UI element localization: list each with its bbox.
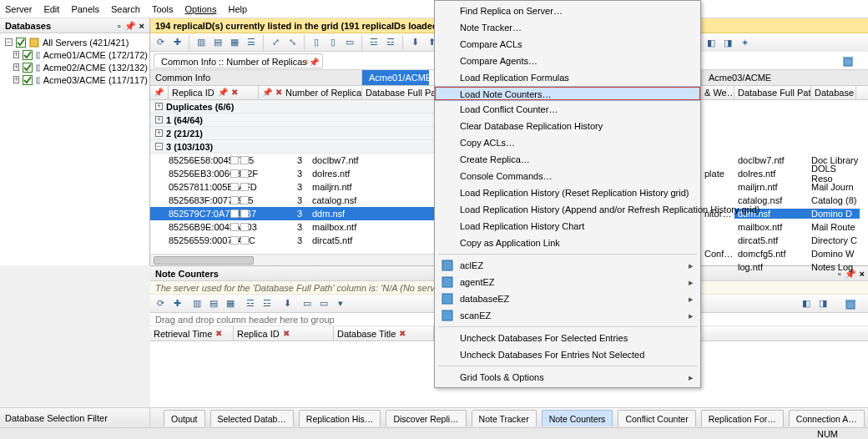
menu-item[interactable]: databaseEZ bbox=[435, 290, 700, 307]
menu-item[interactable]: Load Replication History (Reset Replicat… bbox=[435, 184, 700, 201]
np-t7[interactable]: ☲ bbox=[260, 297, 274, 310]
panel-expand-icon[interactable]: ▫ bbox=[118, 18, 121, 33]
menu-panels[interactable]: Panels bbox=[71, 4, 99, 14]
panel-close-icon[interactable]: × bbox=[139, 18, 144, 33]
menu-item[interactable]: Copy as Application Link bbox=[435, 235, 700, 251]
tab[interactable]: Note Tracker bbox=[472, 410, 537, 426]
np-t11[interactable]: ▾ bbox=[334, 297, 347, 310]
expander-icon[interactable]: + bbox=[155, 103, 163, 110]
expander-icon[interactable]: + bbox=[13, 63, 19, 71]
table-row[interactable]: log.ntfNotes Log bbox=[701, 260, 868, 274]
expander-icon[interactable]: − bbox=[5, 38, 13, 46]
trash-icon[interactable] bbox=[842, 55, 854, 67]
menu-item[interactable]: Load Replication Formulas bbox=[435, 69, 700, 86]
np-t5[interactable]: ▦ bbox=[224, 297, 237, 310]
row-chk[interactable] bbox=[230, 196, 239, 204]
table-row[interactable]: Conf…domcfg5.ntfDomino W bbox=[701, 247, 868, 260]
row-chk[interactable] bbox=[240, 169, 249, 178]
expander-icon[interactable]: + bbox=[155, 129, 163, 137]
col-replicaid[interactable]: Replica ID📌✖ bbox=[169, 86, 259, 99]
tree-server[interactable]: +Acme01/ACME (172/172) bbox=[2, 48, 148, 61]
menu-item[interactable]: Grid Tools & Options bbox=[435, 369, 700, 386]
export-icon[interactable]: ⬇ bbox=[408, 36, 421, 49]
expander-icon[interactable]: − bbox=[155, 143, 163, 150]
row-chk[interactable] bbox=[240, 196, 249, 204]
rt-icon2[interactable]: ◨ bbox=[721, 36, 734, 49]
row-chk[interactable] bbox=[240, 236, 249, 245]
table-row[interactable]: mailjrn.ntfMail Journ bbox=[701, 180, 868, 194]
menu-item[interactable]: Find Replica on Server… bbox=[435, 3, 700, 19]
menu-item[interactable]: aclEZ bbox=[435, 257, 700, 274]
tab[interactable]: Replication His… bbox=[299, 410, 381, 426]
row-chk[interactable] bbox=[230, 169, 239, 178]
tab[interactable]: Discover Repli… bbox=[386, 410, 466, 426]
menu-item[interactable]: agentEZ bbox=[435, 274, 700, 290]
col-numreplicas[interactable]: 📌✖Number of Replicas bbox=[259, 86, 362, 99]
expander-icon[interactable]: + bbox=[155, 116, 163, 124]
menu-item[interactable]: Load Conflict Counter… bbox=[435, 101, 700, 118]
row-chk[interactable] bbox=[240, 183, 249, 191]
grid-body-right[interactable]: doclbw7.ntfDoc Libraryplatedolres.ntfDOL… bbox=[701, 100, 868, 274]
col4-icon[interactable]: ☰ bbox=[245, 36, 258, 49]
expand-icon[interactable]: ⤢ bbox=[269, 36, 282, 49]
col1-icon[interactable]: ▥ bbox=[194, 36, 208, 49]
np-t10[interactable]: ▭ bbox=[317, 297, 331, 310]
tree-root[interactable]: − All Servers (421/421) bbox=[2, 36, 148, 48]
menu-server[interactable]: Server bbox=[5, 4, 32, 14]
np-rt2[interactable]: ◨ bbox=[816, 297, 830, 310]
tree-server[interactable]: +Acme03/ACME (117/117) bbox=[2, 73, 148, 86]
crumb-chip[interactable]: Common Info :: Number of Replicas×📌 bbox=[154, 53, 323, 68]
np-t1[interactable]: ⟳ bbox=[154, 297, 167, 310]
tab[interactable]: Note Counters bbox=[542, 410, 613, 426]
np-t4[interactable]: ▤ bbox=[207, 297, 220, 310]
collapse-icon[interactable]: ⤡ bbox=[285, 36, 299, 49]
checkbox[interactable] bbox=[16, 38, 26, 48]
np-trash-icon[interactable] bbox=[845, 298, 856, 310]
np-col-2[interactable]: Database Title✖ bbox=[334, 326, 434, 341]
np-col-0[interactable]: Retrieval Time✖ bbox=[150, 326, 234, 341]
expander-icon[interactable]: + bbox=[13, 51, 19, 58]
row-chk[interactable] bbox=[230, 223, 239, 231]
table-row[interactable]: dircat5.ntfDirectory C bbox=[701, 234, 868, 247]
tree-server[interactable]: +Acme02/ACME (132/132) bbox=[2, 61, 148, 73]
col2-icon[interactable]: ▤ bbox=[211, 36, 225, 49]
menu-search[interactable]: Search bbox=[111, 4, 140, 14]
rt-icon3[interactable]: ✶ bbox=[738, 36, 751, 49]
layout3-icon[interactable]: ▭ bbox=[343, 36, 356, 49]
refresh-icon[interactable]: ⟳ bbox=[154, 36, 167, 49]
expander-icon[interactable]: + bbox=[13, 76, 19, 83]
band-server-active[interactable]: Acme01/ACME bbox=[362, 70, 429, 85]
row-chk[interactable] bbox=[230, 236, 239, 245]
col-r1[interactable]: & We… bbox=[701, 86, 734, 99]
col-r2[interactable]: Database Full Path bbox=[734, 86, 811, 99]
menu-options[interactable]: Options bbox=[185, 4, 217, 14]
row-chk[interactable] bbox=[240, 156, 249, 164]
row-chk[interactable] bbox=[240, 223, 249, 231]
checkbox[interactable] bbox=[23, 50, 33, 60]
row-chk[interactable] bbox=[240, 209, 249, 218]
menu-item[interactable]: Copy ACLs… bbox=[435, 134, 700, 151]
np-t9[interactable]: ▭ bbox=[300, 297, 314, 310]
menu-item[interactable]: Clear Database Replication History bbox=[435, 118, 700, 134]
tool2-icon[interactable]: ☲ bbox=[384, 36, 397, 49]
menu-item[interactable]: Note Tracker… bbox=[435, 19, 700, 36]
menu-help[interactable]: Help bbox=[228, 4, 247, 14]
tab[interactable]: Replication For… bbox=[701, 410, 784, 426]
tab[interactable]: Connection A… bbox=[789, 410, 865, 426]
menu-tools[interactable]: Tools bbox=[152, 4, 174, 14]
np-t2[interactable]: ✚ bbox=[170, 297, 184, 310]
row-chk[interactable] bbox=[230, 183, 239, 191]
tab[interactable]: Conflict Counter bbox=[618, 410, 695, 426]
table-row[interactable]: platedolres.ntfDOLS Reso bbox=[701, 167, 868, 180]
panel-pin-icon[interactable]: 📌 bbox=[124, 18, 136, 33]
np-rt1[interactable]: ◧ bbox=[800, 297, 813, 310]
rt-icon1[interactable]: ◧ bbox=[704, 36, 718, 49]
col-blank[interactable]: 📌 bbox=[150, 86, 169, 99]
np-t6[interactable]: ☲ bbox=[244, 297, 257, 310]
row-chk[interactable] bbox=[230, 209, 239, 218]
menu-item[interactable]: Load Replication History (Append and/or … bbox=[435, 201, 700, 218]
menu-item[interactable]: Console Commands… bbox=[435, 168, 700, 184]
crumb-close-icon[interactable]: ×📌 bbox=[304, 55, 319, 70]
layout2-icon[interactable]: ▯ bbox=[326, 36, 340, 49]
row-chk[interactable] bbox=[230, 156, 239, 164]
